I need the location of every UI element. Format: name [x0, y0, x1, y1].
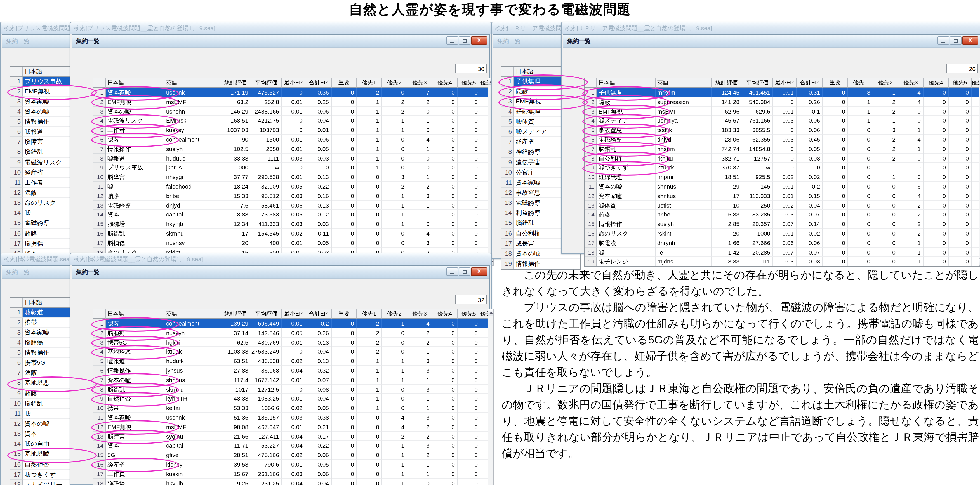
- table-row[interactable]: 2隠蔽suppression141.28543.38400.26012400: [584, 97, 980, 107]
- table-row[interactable]: 12賄賂bribe15.3395.8120.030.16001300: [94, 191, 488, 201]
- column-header[interactable]: 英語: [164, 309, 220, 319]
- column-header[interactable]: 優先: [972, 78, 980, 88]
- table-row[interactable]: 15強磁場hkyhjb12.34411.3330.030.03001000: [94, 219, 488, 229]
- table-row[interactable]: 5嘘報道hudufk63.51488.5380.020.13011300: [94, 356, 488, 366]
- table-row[interactable]: 1資本家嘘usshnk171.19475.52700.36020700: [94, 88, 488, 97]
- column-header[interactable]: 最小EP: [282, 309, 305, 319]
- scroll-up-button[interactable]: [488, 309, 493, 316]
- table-row[interactable]: 10脳障害nhsygi37.77290.5380.010.13003100: [94, 172, 488, 182]
- column-header[interactable]: 優先4: [433, 78, 458, 88]
- column-header[interactable]: 重要: [332, 78, 357, 88]
- column-header[interactable]: 統計評価: [220, 78, 251, 88]
- column-header[interactable]: 優先2: [873, 78, 898, 88]
- column-header[interactable]: 英語: [655, 78, 711, 88]
- table-row[interactable]: 14資本capital11.7153.2270.040.22001300: [94, 441, 488, 451]
- column-header[interactable]: 平均評価: [251, 309, 282, 319]
- column-header[interactable]: 平均評価: [251, 78, 282, 88]
- table-row[interactable]: 12EMF無視msEMF98.08467.0470.010.21004200: [94, 422, 488, 432]
- column-header[interactable]: 統計評価: [220, 309, 251, 319]
- table-row[interactable]: 14賄賂bribe5.8383.2850.030.07000200: [584, 210, 980, 219]
- column-header[interactable]: 日本語: [106, 309, 164, 319]
- column-header[interactable]: 統計評価: [711, 78, 742, 88]
- table-row[interactable]: 13脳障害syginu21.66127.4110.040.17002200: [94, 432, 488, 441]
- table-row[interactable]: 15情報操作susjyh2.8520.3570.070.14000200: [584, 219, 980, 229]
- table-row[interactable]: 16経産省kisnsy39.53790.60.010.05001100: [94, 460, 488, 469]
- table-row[interactable]: 7資本の嘘shnnus117.41677.1420.010.07011100: [94, 375, 488, 385]
- close-button[interactable]: X: [471, 267, 487, 276]
- table-row[interactable]: 13嘘体質ustist102500.020.04000200: [584, 200, 980, 210]
- close-button[interactable]: X: [471, 37, 487, 45]
- table-row[interactable]: 16命のリスクrskint2010000.010.02000200: [584, 229, 980, 238]
- table-row[interactable]: 4基地塔悪kttuak1103.3327583.24900.04020100: [94, 347, 488, 357]
- column-header[interactable]: 優先4: [433, 309, 458, 319]
- column-header[interactable]: 優先: [480, 309, 488, 319]
- column-header[interactable]: 優先1: [848, 78, 873, 88]
- table-row[interactable]: 6情報操作jyhsus27.8386.9680.040.32011300: [94, 366, 488, 375]
- record-count-field[interactable]: 30: [455, 64, 487, 73]
- table-row[interactable]: 11嘘falsehood18.2482.9090.050.22002200: [94, 182, 488, 191]
- table-row[interactable]: 10携帯keitai53.331066.60.020.05010100: [94, 403, 488, 413]
- table-row[interactable]: 155Ggfive28.51475.1660.020.06001200: [94, 450, 488, 460]
- table-row[interactable]: 17脳電流dnrynh1.6627.6660.060.06000100: [584, 238, 980, 248]
- minimize-button[interactable]: [446, 37, 458, 45]
- column-header[interactable]: 日本語: [106, 78, 164, 88]
- column-header[interactable]: 優先2: [382, 309, 407, 319]
- table-row[interactable]: 7脳錯乱nhskrn742.7414854.800.05002100: [584, 144, 980, 154]
- table-row[interactable]: 8脳錯乱skrnnu101712712.500.08010300: [94, 385, 488, 394]
- table-row[interactable]: 14資本capital8.8373.5830.050.12001100: [94, 210, 488, 219]
- table-row[interactable]: 12資本家嘘shnkus17113.3330.010.15000400: [584, 191, 980, 201]
- table-row[interactable]: 1隠蔽concealment139.29696.4490.010.2021400: [94, 319, 488, 328]
- table-row[interactable]: 9嘘つきくずkzustk370.37∞00001000: [584, 163, 980, 173]
- column-header[interactable]: 優先4: [923, 78, 949, 88]
- table-row[interactable]: 19電子レンジrnjdns3.331110.030.03000100: [584, 257, 980, 267]
- column-header[interactable]: 優先3: [407, 78, 433, 88]
- table-row[interactable]: 11資本家嘘usshnk51.36135.1570.030.38004300: [94, 413, 488, 422]
- table-row[interactable]: 4嘘メディアusmdya45.67761.1660.030.06011000: [584, 116, 980, 126]
- close-button[interactable]: X: [962, 37, 978, 45]
- minimize-button[interactable]: [937, 37, 949, 45]
- search-front-window[interactable]: 検索[携帯電磁波問題__霊と自然の登場1、 9.sea] 集約一覧 X 32 日…: [70, 253, 492, 485]
- column-header[interactable]: 重要: [823, 78, 848, 88]
- search-front-window[interactable]: 検索[ＪＲリニア電磁波問題__霊と自然の登場1、 9.sea] 集約一覧 X 2…: [561, 22, 980, 254]
- table-row[interactable]: 3携帯5Ghgkiti62.5480.7690.010.13020200: [94, 338, 488, 347]
- column-header[interactable]: 英語: [164, 78, 220, 88]
- column-header[interactable]: 優先5: [458, 309, 480, 319]
- table-row[interactable]: 8嘘報道huduus33.3311110.030.03010000: [94, 154, 488, 163]
- table-row[interactable]: 9自然拒否kyhNTR43.331083.250.010.04010100: [94, 394, 488, 404]
- table-row[interactable]: 7情報操作susjyh102.520500.010.05010100: [94, 144, 488, 154]
- column-header[interactable]: 最小EP: [282, 78, 305, 88]
- column-header[interactable]: 日本語: [597, 78, 655, 88]
- maximize-button[interactable]: [459, 37, 471, 45]
- column-header[interactable]: 合計EP: [797, 78, 823, 88]
- record-count-field[interactable]: 32: [455, 295, 487, 304]
- column-header[interactable]: 優先3: [898, 78, 923, 88]
- maximize-button[interactable]: [459, 267, 471, 276]
- table-row[interactable]: 18嘘lie1.4220.2850.070.07000100: [584, 248, 980, 257]
- table-row[interactable]: 17脳損傷nusnsy204000.010.05000300: [94, 238, 488, 248]
- column-header[interactable]: 合計EP: [305, 78, 332, 88]
- column-header[interactable]: 優先5: [949, 78, 972, 88]
- column-header[interactable]: 重要: [332, 309, 357, 319]
- table-row[interactable]: 1子供無理mrkdm124.45401.4510.010.31031400: [584, 88, 980, 97]
- column-header[interactable]: 優先3: [407, 309, 433, 319]
- search-front-window[interactable]: 検索[プリウス電磁波問題__霊と自然の登場1、 9.sea] 集約一覧 X 30…: [70, 22, 492, 254]
- table-row[interactable]: 3EMF無視msEMF62.96629.60.010.1012000: [584, 107, 980, 116]
- table-row[interactable]: 2EMF無視msEMF63.2252.80.010.25012200: [94, 97, 488, 107]
- table-row[interactable]: 18強磁場hkyujb9.25231.250.040.04001000: [94, 479, 488, 485]
- maximize-button[interactable]: [950, 37, 961, 45]
- column-header[interactable]: 優先5: [458, 78, 480, 88]
- table-row[interactable]: 6電磁誘導dnjyd28.0662.3550.030.45002400: [584, 135, 980, 144]
- table-row[interactable]: 13電磁誘導dnjyd7.658.4610.060.13001100: [94, 200, 488, 210]
- table-row[interactable]: 9プリウス事故jkprus1000∞00010000: [94, 163, 488, 173]
- column-header[interactable]: 優先1: [357, 309, 382, 319]
- table-row[interactable]: 5工作者kusksy1037.0310370300.01011000: [94, 125, 488, 135]
- record-count-field[interactable]: 26: [947, 64, 978, 73]
- table-row[interactable]: 5事故窒息tsskjk183.333055.500.06003100: [584, 125, 980, 135]
- column-header[interactable]: 平均評価: [742, 78, 773, 88]
- table-row[interactable]: 11資本の嘘shnnus291450.010.2000600: [584, 182, 980, 191]
- table-row[interactable]: 6隠蔽concealment9015000.010.06010400: [94, 135, 488, 144]
- table-row[interactable]: 2脳腫瘍nusyyh37.14142.8460.050.26020200: [94, 328, 488, 338]
- vertical-scrollbar[interactable]: [979, 78, 980, 266]
- column-header[interactable]: 優先1: [357, 78, 382, 88]
- column-header[interactable]: 優先: [480, 78, 488, 88]
